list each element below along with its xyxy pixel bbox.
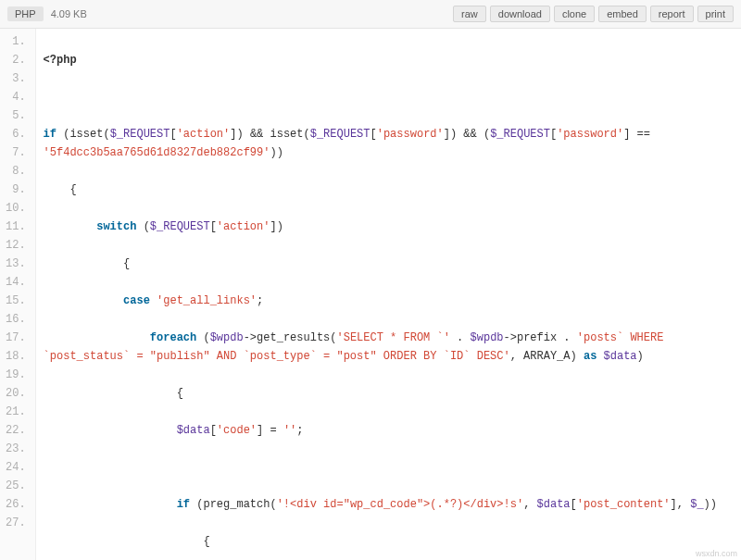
line-number: 27. [2, 514, 30, 532]
line-number: 1. [2, 32, 30, 51]
line-number: 8. [2, 162, 30, 180]
line-number: 22. [2, 421, 30, 440]
line-number-gutter: 1.2.3.4.5.6.7.8.9.10.11.12.13.14.15.16.1… [0, 29, 36, 560]
line-number: 14. [2, 273, 30, 292]
line-number: 12. [2, 236, 30, 255]
download-button[interactable]: download [490, 6, 550, 22]
action-bar: raw download clone embed report print [453, 6, 734, 22]
file-size: 4.09 KB [51, 8, 87, 19]
line-number: 17. [2, 329, 30, 347]
clone-button[interactable]: clone [554, 6, 595, 22]
line-number: 10. [2, 199, 30, 218]
line-number: 19. [2, 366, 30, 384]
print-button[interactable]: print [697, 6, 734, 22]
line-number: 11. [2, 218, 30, 236]
line-number: 26. [2, 495, 30, 514]
header-bar: PHP 4.09 KB raw download clone embed rep… [0, 0, 741, 29]
line-number: 15. [2, 292, 30, 310]
watermark: wsxdn.com [696, 549, 737, 558]
line-number: 25. [2, 477, 30, 495]
line-number: 23. [2, 440, 30, 458]
line-number: 7. [2, 143, 30, 162]
line-number: 13. [2, 255, 30, 273]
report-button[interactable]: report [650, 6, 694, 22]
line-number: 24. [2, 458, 30, 477]
raw-button[interactable]: raw [453, 6, 486, 22]
line-number: 20. [2, 384, 30, 403]
line-number: 2. [2, 51, 30, 69]
embed-button[interactable]: embed [598, 6, 647, 22]
line-number: 3. [2, 69, 30, 88]
line-number: 21. [2, 403, 30, 421]
line-number: 18. [2, 347, 30, 366]
line-number: 9. [2, 180, 30, 199]
code-block[interactable]: <?php if (isset($_REQUEST['action']) && … [36, 29, 741, 560]
line-number: 16. [2, 310, 30, 329]
language-badge: PHP [7, 6, 44, 21]
line-number: 4. [2, 88, 30, 106]
line-number: 5. [2, 106, 30, 125]
line-number: 6. [2, 125, 30, 143]
